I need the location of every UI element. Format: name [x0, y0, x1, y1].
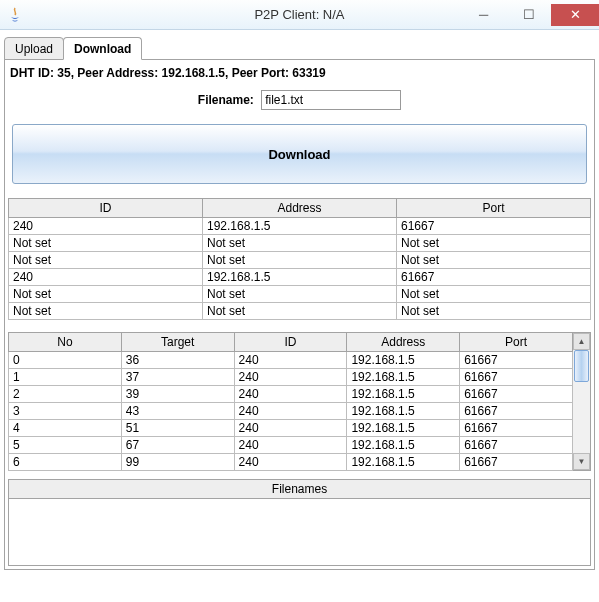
- col-id[interactable]: ID: [9, 199, 203, 218]
- filenames-table: Filenames: [8, 479, 591, 566]
- table-row[interactable]: Not setNot setNot set: [9, 286, 591, 303]
- col-port[interactable]: Port: [397, 199, 591, 218]
- titlebar: P2P Client: N/A ─ ☐ ✕: [0, 0, 599, 30]
- col-address2[interactable]: Address: [347, 333, 460, 352]
- scrollbar[interactable]: ▲ ▼: [573, 332, 591, 471]
- col-address[interactable]: Address: [203, 199, 397, 218]
- table-row[interactable]: Not setNot setNot set: [9, 235, 591, 252]
- col-target[interactable]: Target: [121, 333, 234, 352]
- scroll-down-icon[interactable]: ▼: [573, 453, 590, 470]
- download-button[interactable]: Download: [12, 124, 587, 184]
- table-row[interactable]: 343240192.168.1.561667: [9, 403, 573, 420]
- table-row[interactable]: 567240192.168.1.561667: [9, 437, 573, 454]
- tabs-bar: Upload Download: [4, 36, 595, 60]
- download-panel: DHT ID: 35, Peer Address: 192.168.1.5, P…: [4, 60, 595, 570]
- col-port2[interactable]: Port: [460, 333, 573, 352]
- table-row[interactable]: 240192.168.1.561667: [9, 218, 591, 235]
- tab-upload[interactable]: Upload: [4, 37, 64, 60]
- filename-input[interactable]: [261, 90, 401, 110]
- tab-download[interactable]: Download: [63, 37, 142, 60]
- window-title: P2P Client: N/A: [0, 7, 599, 22]
- table-row[interactable]: Not setNot setNot set: [9, 252, 591, 269]
- filename-label: Filename:: [198, 93, 254, 107]
- table-row[interactable]: 240192.168.1.561667: [9, 269, 591, 286]
- table-row[interactable]: 451240192.168.1.561667: [9, 420, 573, 437]
- col-no[interactable]: No: [9, 333, 122, 352]
- table-row[interactable]: Not setNot setNot set: [9, 303, 591, 320]
- status-line: DHT ID: 35, Peer Address: 192.168.1.5, P…: [8, 63, 591, 86]
- col-id2[interactable]: ID: [234, 333, 347, 352]
- table-row[interactable]: 036240192.168.1.561667: [9, 352, 573, 369]
- table-row[interactable]: 699240192.168.1.561667: [9, 454, 573, 471]
- filenames-header[interactable]: Filenames: [9, 480, 590, 499]
- scroll-thumb[interactable]: [574, 350, 589, 382]
- filenames-body[interactable]: [9, 499, 590, 565]
- table-row[interactable]: 239240192.168.1.561667: [9, 386, 573, 403]
- route-table: No Target ID Address Port 036240192.168.…: [8, 332, 573, 471]
- peer-table: ID Address Port 240192.168.1.561667 Not …: [8, 198, 591, 320]
- scroll-up-icon[interactable]: ▲: [573, 333, 590, 350]
- scroll-track[interactable]: [573, 350, 590, 453]
- table-row[interactable]: 137240192.168.1.561667: [9, 369, 573, 386]
